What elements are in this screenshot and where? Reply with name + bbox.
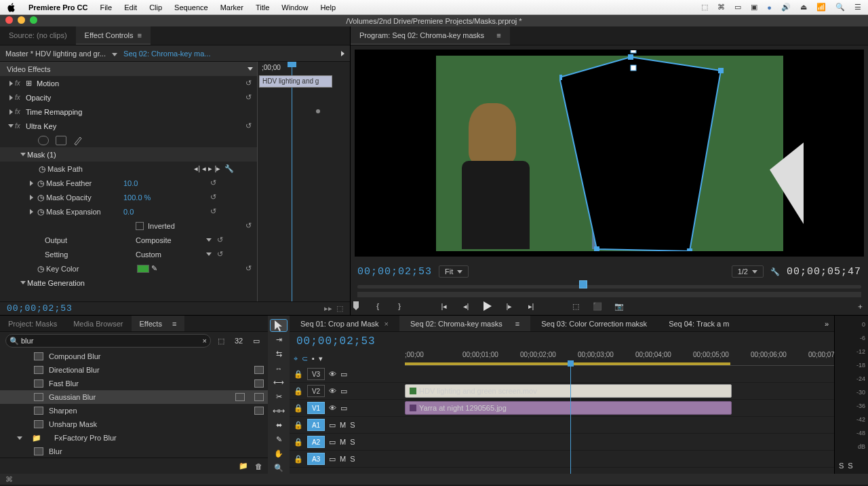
opacity-effect[interactable]: fx Opacity ↺ — [0, 90, 257, 105]
lock-icon[interactable]: 🔒 — [294, 387, 303, 396]
snap-icon[interactable]: ⌖ — [294, 354, 298, 363]
stopwatch-icon[interactable]: ◷ — [35, 207, 46, 217]
stopwatch-icon[interactable]: ◷ — [35, 193, 46, 202]
project-tab[interactable]: Project: Masks — [0, 316, 65, 331]
effect-item[interactable]: Blur — [0, 445, 268, 457]
track-label[interactable]: A2 — [307, 436, 325, 448]
track-header-v1[interactable]: 🔒V1👁▭ — [290, 400, 405, 417]
pen-tool[interactable]: ✎ — [271, 434, 287, 445]
ec-timecode[interactable]: 00;00;02;53 — [7, 303, 73, 314]
extract-button[interactable]: ⬛ — [592, 301, 603, 312]
media-browser-tab[interactable]: Media Browser — [65, 316, 131, 331]
reset-icon[interactable]: ↺ — [240, 93, 257, 102]
toggle-output-icon[interactable]: ▭ — [329, 421, 336, 430]
effects-search-input[interactable] — [5, 334, 211, 348]
reset-icon[interactable]: ↺ — [240, 122, 257, 130]
track-v3[interactable] — [405, 366, 834, 383]
razor-tool[interactable]: ✂ — [271, 391, 287, 403]
add-marker-icon[interactable]: ▪ — [312, 354, 315, 362]
linked-selection-icon[interactable]: ⊂ — [302, 354, 308, 363]
fit-dropdown[interactable]: Fit — [439, 265, 469, 278]
close-button[interactable] — [5, 16, 13, 24]
track-select-tool[interactable]: ⇥ — [271, 334, 287, 345]
mask-vertex[interactable] — [718, 68, 724, 73]
panel-menu-icon[interactable]: ≡ — [515, 320, 519, 328]
screen-icon[interactable]: ▣ — [751, 3, 757, 12]
effect-item[interactable]: Compound Blur — [0, 350, 268, 363]
settings-wrench-icon[interactable]: 🔧 — [770, 267, 780, 276]
mark-in-button[interactable]: { — [372, 301, 383, 312]
reset-icon[interactable]: ↺ — [205, 193, 222, 202]
mask-expansion-value[interactable]: 0.0 — [123, 208, 205, 216]
zoom-button[interactable] — [30, 16, 37, 24]
effects-tab[interactable]: Effects ≡ — [132, 316, 185, 331]
wifi-icon[interactable]: 📶 — [816, 3, 826, 12]
yuv-effects-icon[interactable]: ▭ — [250, 335, 262, 346]
timeline-ruler[interactable]: ;00;00 00;00;01;00 00;00;02;00 00;00;03;… — [405, 351, 834, 366]
clear-search-button[interactable]: × — [203, 337, 207, 345]
button-editor-icon[interactable]: ＋ — [854, 301, 865, 312]
track-v1[interactable]: Yarra at night 1290565.jpg — [405, 400, 834, 417]
chevron-down-icon[interactable] — [112, 53, 117, 56]
panel-menu-icon[interactable]: ≡ — [172, 320, 176, 328]
volume-icon[interactable]: 🔊 — [781, 3, 791, 12]
seq-tab[interactable]: Seq 04: Track a m — [658, 316, 740, 331]
prev-keyframe-button[interactable]: ◂| — [194, 164, 200, 173]
track-label[interactable]: A3 — [307, 453, 325, 465]
play-button[interactable] — [482, 301, 493, 312]
play-backward-button[interactable]: ◂ — [202, 164, 206, 173]
accelerated-effects-icon[interactable]: ⬚ — [215, 335, 227, 346]
reset-icon[interactable]: ↺ — [212, 236, 229, 244]
track-label[interactable]: V1 — [307, 402, 325, 414]
ultra-key-effect[interactable]: fx Ultra Key ↺ — [0, 119, 257, 133]
circle-icon[interactable]: ● — [767, 3, 772, 12]
add-marker-button[interactable] — [351, 301, 361, 312]
menu-window[interactable]: Window — [281, 3, 308, 12]
mute-button[interactable]: M — [340, 455, 346, 463]
solo-button[interactable]: S — [350, 438, 355, 446]
effect-item[interactable]: Directional Blur — [0, 363, 268, 377]
reset-icon[interactable]: ↺ — [205, 207, 222, 216]
effect-controls-tab[interactable]: Effect Controls ≡ — [76, 26, 151, 45]
app-name[interactable]: Premiere Pro CC — [28, 3, 87, 12]
menu-help[interactable]: Help — [320, 3, 336, 12]
track-v2[interactable]: HDV lighting and green screen.mov — [405, 383, 834, 400]
slide-tool[interactable]: ⬌ — [271, 419, 287, 431]
eject-icon[interactable]: ⏏ — [800, 3, 807, 12]
rectangle-mask-button[interactable] — [56, 136, 66, 145]
cc-status-icon[interactable]: ⌘ — [5, 475, 13, 484]
video-clip[interactable]: Yarra at night 1290565.jpg — [405, 401, 732, 415]
slip-tool[interactable]: ↤↦ — [271, 405, 287, 417]
mask-vertex[interactable] — [559, 75, 562, 80]
key-color-swatch[interactable] — [137, 265, 149, 273]
motion-effect[interactable]: fx⊞ Motion ↺ — [0, 76, 257, 90]
panel-menu-icon[interactable]: ≡ — [496, 31, 500, 39]
stopwatch-icon[interactable]: ◷ — [37, 164, 47, 174]
track-header-v3[interactable]: 🔒V3👁▭ — [290, 366, 405, 383]
program-tab[interactable]: Program: Seq 02: Chroma-key masks ≡ — [351, 26, 510, 45]
setting-dropdown[interactable]: Custom — [136, 250, 212, 259]
time-remapping-effect[interactable]: fx Time Remapping — [0, 105, 257, 119]
inverted-checkbox[interactable] — [136, 222, 144, 230]
tabs-overflow-icon[interactable]: » — [819, 320, 834, 328]
track-header-a2[interactable]: 🔒A2▭MS — [290, 434, 405, 451]
seq-tab-active[interactable]: Seq 02: Chroma-key masks ≡ — [399, 316, 530, 331]
next-keyframe-button[interactable]: |▸ — [214, 164, 220, 173]
mute-button[interactable]: M — [340, 438, 346, 446]
solo-left-button[interactable]: S — [839, 462, 844, 470]
mask-vertex[interactable] — [687, 248, 692, 251]
menu-clip[interactable]: Clip — [149, 3, 162, 12]
reset-icon[interactable]: ↺ — [240, 221, 257, 230]
selection-tool[interactable] — [271, 320, 287, 331]
toggle-output-icon[interactable]: 👁 — [329, 387, 336, 395]
output-dropdown[interactable]: Composite — [136, 236, 212, 244]
track-label[interactable]: A1 — [307, 419, 325, 431]
mask-header[interactable]: Mask (1) — [0, 147, 257, 162]
toggle-output-icon[interactable]: ▭ — [329, 438, 336, 447]
new-bin-icon[interactable]: 📁 — [239, 462, 248, 470]
toggle-output-icon[interactable]: 👁 — [329, 370, 336, 378]
seq-tab[interactable]: Seq 01: Crop and Mask× — [290, 316, 399, 331]
reset-icon[interactable]: ↺ — [240, 264, 257, 273]
step-forward-button[interactable]: |▸ — [504, 301, 515, 312]
toggle-output-icon[interactable]: 👁 — [329, 404, 336, 412]
